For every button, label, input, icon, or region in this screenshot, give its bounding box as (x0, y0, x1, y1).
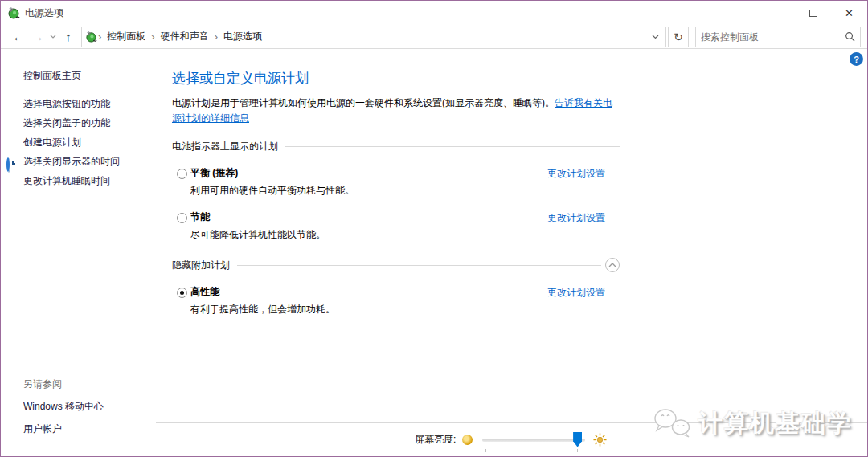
change-plan-settings-link-high-performance[interactable]: 更改计划设置 (547, 286, 605, 300)
slider-tick (577, 449, 578, 452)
page-title: 选择或自定义电源计划 (172, 69, 620, 88)
maximize-button[interactable] (795, 1, 831, 25)
radio-high-performance[interactable] (177, 288, 187, 298)
search-box (695, 27, 861, 47)
collapse-section-button[interactable] (605, 258, 620, 272)
sidebar-item-user-accounts[interactable]: 用户帐户 (23, 422, 104, 436)
plan-description: 尽可能降低计算机性能以节能。 (190, 229, 620, 241)
power-plug-icon (7, 6, 20, 19)
see-also-header: 另请参阅 (23, 377, 104, 391)
plan-description: 有利于提高性能，但会增加功耗。 (190, 304, 620, 316)
power-options-window: { "window": { "title": "电源选项" }, "toolba… (0, 0, 868, 457)
window-controls: – ✕ (759, 1, 867, 25)
sidebar-item-control-panel-home[interactable]: 控制面板主页 (23, 69, 162, 83)
slider-tick (485, 449, 486, 452)
forward-button[interactable]: → (28, 30, 47, 43)
slider-track[interactable] (482, 439, 585, 442)
search-input[interactable] (701, 31, 845, 43)
radio-power-saver[interactable] (177, 213, 187, 223)
section-divider (285, 146, 620, 147)
sidebar-task-list: 选择电源按钮的功能 选择关闭盖子的功能 创建电源计划 选择关闭显示器的时间 更改… (1, 94, 162, 190)
slider-thumb[interactable] (573, 432, 582, 447)
up-button[interactable]: ↑ (59, 30, 78, 43)
help-button[interactable]: ? (850, 52, 863, 66)
brightness-bar: 屏幕亮度: (156, 422, 867, 455)
section-divider (237, 265, 601, 266)
sidebar: 控制面板主页 选择电源按钮的功能 选择关闭盖子的功能 创建电源计划 选择关闭显示… (1, 50, 162, 456)
sidebar-item-lid-close-function[interactable]: 选择关闭盖子的功能 (1, 113, 162, 133)
sidebar-item-sleep-time[interactable]: 更改计算机睡眠时间 (1, 171, 162, 190)
refresh-button[interactable]: ↻ (668, 27, 689, 47)
brightness-low-icon (462, 435, 473, 445)
window-title: 电源选项 (25, 6, 63, 20)
plan-row-balanced: 平衡 (推荐) 利用可用的硬件自动平衡功耗与性能。 更改计划设置 (172, 167, 620, 198)
close-button[interactable]: ✕ (831, 1, 867, 25)
sidebar-item-windows-mobility-center[interactable]: Windows 移动中心 (23, 400, 104, 414)
sidebar-item-label: 创建电源计划 (23, 137, 81, 148)
brightness-slider[interactable] (482, 432, 585, 447)
breadcrumb-power-icon (85, 31, 97, 43)
search-icon[interactable] (845, 31, 855, 42)
plan-row-power-saver: 节能 尽可能降低计算机性能以节能。 更改计划设置 (172, 211, 620, 242)
brightness-label: 屏幕亮度: (415, 433, 456, 447)
breadcrumb-item-power-options[interactable]: 电源选项 (219, 30, 267, 43)
navigation-bar: ← → ↑ › 控制面板 › 硬件和声音 › 电源选项 ↻ (1, 25, 867, 49)
battery-plans-section-header: 电池指示器上显示的计划 (172, 140, 620, 153)
plan-description: 利用可用的硬件自动平衡功耗与性能。 (190, 185, 620, 197)
address-bar[interactable]: › 控制面板 › 硬件和声音 › 电源选项 (81, 27, 666, 47)
sidebar-item-power-button-function[interactable]: 选择电源按钮的功能 (1, 94, 162, 113)
radio-balanced[interactable] (177, 169, 187, 179)
breadcrumb-item-hardware-sound[interactable]: 硬件和声音 (156, 30, 214, 43)
section-label: 隐藏附加计划 (172, 259, 230, 272)
address-dropdown-icon[interactable] (646, 33, 664, 41)
sidebar-item-label: 更改计算机睡眠时间 (23, 175, 110, 186)
minimize-button[interactable]: – (759, 1, 795, 25)
history-dropdown-icon[interactable] (47, 33, 59, 40)
plan-row-high-performance: 高性能 有利于提高性能，但会增加功耗。 更改计划设置 (172, 286, 620, 316)
brightness-high-icon (593, 433, 607, 447)
chevron-up-icon (608, 263, 616, 267)
content-area: 控制面板主页 选择电源按钮的功能 选择关闭盖子的功能 创建电源计划 选择关闭显示… (1, 50, 867, 456)
change-plan-settings-link-power-saver[interactable]: 更改计划设置 (547, 211, 605, 225)
sidebar-item-label: 选择电源按钮的功能 (23, 98, 110, 109)
back-button[interactable]: ← (9, 30, 28, 43)
main-panel: 选择或自定义电源计划 电源计划是用于管理计算机如何使用电源的一套硬件和系统设置(… (162, 50, 867, 456)
maximize-icon (809, 10, 817, 17)
sidebar-item-create-power-plan[interactable]: 创建电源计划 (1, 133, 162, 152)
sidebar-item-display-off-time[interactable]: 选择关闭显示器的时间 (1, 152, 162, 171)
intro-paragraph: 电源计划是用于管理计算机如何使用电源的一套硬件和系统设置(如显示器亮度、睡眠等)… (172, 96, 620, 126)
hidden-plans-section-header: 隐藏附加计划 (172, 258, 620, 272)
title-bar: 电源选项 – ✕ (1, 1, 867, 25)
breadcrumb-item-control-panel[interactable]: 控制面板 (102, 30, 150, 43)
sidebar-item-label: 选择关闭显示器的时间 (23, 156, 120, 167)
intro-text: 电源计划是用于管理计算机如何使用电源的一套硬件和系统设置(如显示器亮度、睡眠等)… (172, 97, 555, 108)
section-label: 电池指示器上显示的计划 (172, 140, 278, 153)
change-plan-settings-link-balanced[interactable]: 更改计划设置 (547, 167, 605, 181)
clock-icon (6, 155, 18, 167)
see-also-section: 另请参阅 Windows 移动中心 用户帐户 (23, 377, 104, 445)
sidebar-item-label: 选择关闭盖子的功能 (23, 117, 110, 129)
sleep-icon (6, 174, 18, 186)
